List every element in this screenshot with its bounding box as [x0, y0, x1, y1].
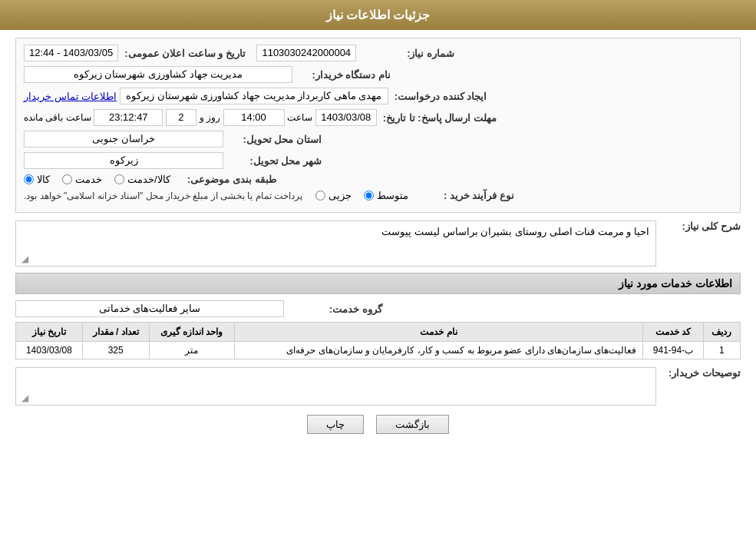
- row-city: شهر محل تحویل: زیرکوه: [24, 152, 732, 169]
- announcement-value: 1403/03/05 - 12:44: [24, 45, 118, 61]
- col-header-row: ردیف: [703, 323, 740, 342]
- row-province: استان محل تحویل: خراسان جنوبی: [24, 131, 732, 147]
- creator-value: مهدی ماهی کاربرداز مدیریت جهاد کشاورزی ش…: [120, 88, 388, 104]
- need-number-label: شماره نیاز:: [362, 48, 454, 59]
- process-radio-motavaset[interactable]: [364, 190, 374, 200]
- buyer-desc-section: توصیحات خریدار: ◢: [15, 367, 741, 406]
- cell-date: 1403/03/08: [16, 342, 83, 359]
- col-header-quantity: تعداد / مقدار: [82, 323, 149, 342]
- city-value: زیرکوه: [24, 152, 223, 169]
- buttons-row: بازگشت چاپ: [15, 415, 741, 434]
- row-process-type: نوع فرآیند خرید : متوسط جزیی پرداخت تمام…: [24, 190, 732, 201]
- content-area: شماره نیاز: 1103030242000004 تاریخ و ساع…: [0, 30, 756, 449]
- need-desc-box: احیا و مرمت قنات اصلی روستای بشیران براس…: [15, 220, 656, 267]
- cell-quantity: 325: [82, 342, 149, 359]
- back-button[interactable]: بازگشت: [376, 415, 449, 434]
- remaining-time-value: 23:12:47: [94, 109, 163, 126]
- cell-name: فعالیت‌های سازمان‌های دارای عضو مربوط به…: [234, 342, 643, 359]
- process-label: نوع فرآیند خرید :: [422, 190, 514, 201]
- row-response-deadline: مهلت ارسال پاسخ: تا تاریخ: 1403/03/08 سا…: [24, 109, 732, 126]
- process-option-motavaset[interactable]: متوسط: [364, 190, 408, 201]
- row-creator: ایجاد کننده درخواست: مهدی ماهی کاربرداز …: [24, 88, 732, 104]
- row-category: طبقه بندی موضوعی: کالا/خدمت خدمت کالا: [24, 174, 732, 185]
- process-notice: پرداخت تمام یا بخشی از مبلغ خریداز محل "…: [24, 190, 302, 201]
- category-radio-khedmat[interactable]: [62, 174, 72, 184]
- col-header-unit: واحد اندازه گیری: [149, 323, 234, 342]
- buyer-desc-label: توصیحات خریدار:: [664, 367, 741, 379]
- col-header-code: کد خدمت: [643, 323, 703, 342]
- process-option-jozi[interactable]: جزیی: [315, 190, 352, 201]
- category-radio-kala[interactable]: [24, 174, 34, 184]
- buyer-org-label: نام دستگاه خریدار:: [299, 69, 391, 81]
- creator-link[interactable]: اطلاعات تماس خریدار: [24, 91, 117, 102]
- category-kala-label: کالا: [37, 174, 50, 185]
- province-label: استان محل تحویل:: [229, 134, 322, 145]
- service-group-label: گروه خدمت:: [290, 303, 382, 315]
- cell-row: 1: [703, 342, 740, 359]
- resize-handle-buyer-icon[interactable]: ◢: [18, 393, 28, 403]
- remaining-day-value: 2: [166, 109, 196, 126]
- category-radio-group: کالا/خدمت خدمت کالا: [24, 174, 170, 185]
- remaining-day-label: روز و: [200, 112, 220, 123]
- response-deadline-label: مهلت ارسال پاسخ: تا تاریخ:: [383, 112, 497, 124]
- services-table: ردیف کد خدمت نام خدمت واحد اندازه گیری ت…: [15, 322, 741, 359]
- category-khedmat-label: خدمت: [75, 174, 102, 185]
- print-button[interactable]: چاپ: [307, 415, 364, 434]
- row-service-group: گروه خدمت: سایر فعالیت‌های خدماتی: [15, 300, 741, 317]
- category-radio-kala-khedmat[interactable]: [114, 174, 124, 184]
- page-title: جزئیات اطلاعات نیاز: [326, 8, 431, 22]
- need-desc-value: احیا و مرمت قنات اصلی روستای بشیران براس…: [381, 226, 649, 237]
- services-table-section: ردیف کد خدمت نام خدمت واحد اندازه گیری ت…: [15, 322, 741, 359]
- process-radio-group: متوسط جزیی: [315, 190, 408, 201]
- response-time-value: 14:00: [223, 109, 285, 126]
- response-time-label: ساعت: [287, 112, 312, 123]
- need-desc-label: شرح کلی نیاز:: [664, 220, 741, 232]
- category-option-kala-khedmat[interactable]: کالا/خدمت: [114, 174, 170, 185]
- category-label: طبقه بندی موضوعی:: [184, 174, 276, 185]
- page-header: جزئیات اطلاعات نیاز: [0, 0, 756, 30]
- buyer-desc-row: توصیحات خریدار: ◢: [15, 367, 741, 406]
- process-radio-jozi[interactable]: [315, 190, 325, 200]
- col-header-date: تاریخ نیاز: [16, 323, 83, 342]
- announcement-label: تاریخ و ساعت اعلان عمومی:: [124, 48, 246, 59]
- service-group-value: سایر فعالیت‌های خدماتی: [15, 300, 284, 317]
- process-motavaset-label: متوسط: [377, 190, 408, 201]
- resize-handle-icon[interactable]: ◢: [18, 253, 28, 264]
- cell-code: ب-94-941: [643, 342, 703, 359]
- row-buyer-org: نام دستگاه خریدار: مدیریت جهاد کشاورزی ش…: [24, 66, 732, 83]
- table-row: 1 ب-94-941 فعالیت‌های سازمان‌های دارای ع…: [16, 342, 741, 359]
- services-section-title: اطلاعات خدمات مورد نیاز: [15, 273, 741, 294]
- city-label: شهر محل تحویل:: [229, 155, 322, 167]
- creator-label: ایجاد کننده درخواست:: [395, 91, 487, 102]
- cell-unit: متر: [149, 342, 234, 359]
- buyer-desc-box: ◢: [15, 367, 656, 406]
- process-jozi-label: جزیی: [328, 190, 352, 201]
- category-kala-khedmat-label: کالا/خدمت: [127, 174, 170, 185]
- province-value: خراسان جنوبی: [24, 131, 223, 147]
- main-info-section: شماره نیاز: 1103030242000004 تاریخ و ساع…: [15, 38, 741, 213]
- category-option-khedmat[interactable]: خدمت: [62, 174, 102, 185]
- col-header-name: نام خدمت: [234, 323, 643, 342]
- row-need-number: شماره نیاز: 1103030242000004 تاریخ و ساع…: [24, 45, 732, 61]
- need-desc-section: شرح کلی نیاز: احیا و مرمت قنات اصلی روست…: [15, 220, 741, 267]
- need-number-value: 1103030242000004: [256, 45, 356, 61]
- buyer-org-value: مدیریت جهاد کشاورزی شهرستان زیرکوه: [24, 66, 292, 83]
- category-option-kala[interactable]: کالا: [24, 174, 50, 185]
- response-date-value: 1403/03/08: [315, 109, 377, 126]
- page-container: جزئیات اطلاعات نیاز شماره نیاز: 11030302…: [0, 0, 756, 540]
- remaining-suffix: ساعت باقی مانده: [24, 112, 91, 123]
